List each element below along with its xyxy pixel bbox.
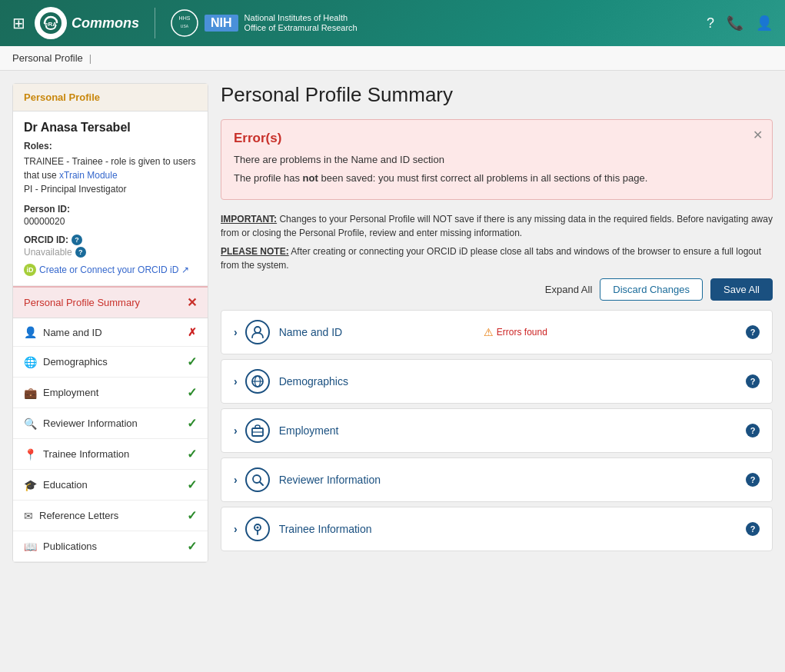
pin-section-icon [251,522,264,536]
error-line-2: The profile has not been saved: you must… [234,171,760,186]
nav-label-reviewer: Reviewer Information [43,418,138,429]
accordion-header-trainee[interactable]: › Trainee Information ? [221,507,772,551]
section-help-name-id[interactable]: ? [746,325,760,339]
nav-label-name-id: Name and ID [43,327,102,338]
error-close-button[interactable]: ✕ [753,128,763,142]
nav-menu: Personal Profile Summary ✕ 👤 Name and ID… [13,286,208,562]
svg-point-2 [171,10,198,36]
nav-status-employment: ✓ [187,385,197,400]
svg-text:USA: USA [181,24,189,28]
important-note: IMPORTANT: Changes to your Personal Prof… [221,212,773,240]
nav-status-trainee: ✓ [187,447,197,461]
briefcase-icon: 💼 [24,387,37,399]
graduation-icon: 🎓 [24,479,37,491]
svg-line-12 [260,482,263,485]
nav-status-education: ✓ [187,477,197,492]
orcid-value: Unavailable ? [24,247,197,258]
accordion-item-name-id: › Name and ID ⚠ Errors found ? [221,310,773,354]
user-icon[interactable]: 👤 [756,15,773,32]
orcid-help-icon[interactable]: ? [72,235,82,245]
please-note: PLEASE NOTE: After creating or connectin… [221,245,773,272]
section-title-employment: Employment [279,424,513,437]
create-orcid-link[interactable]: iD Create or Connect your ORCID iD ↗ [24,264,197,276]
accordion-header-reviewer[interactable]: › Reviewer Information ? [221,458,772,501]
cera-logo-area: eRA Commons [35,7,139,39]
discard-changes-button[interactable]: Discard Changes [600,278,703,301]
accordion-item-demographics: › Demographics ? [221,359,773,404]
section-help-trainee[interactable]: ? [746,522,760,536]
breadcrumb-link[interactable]: Personal Profile [12,52,83,64]
user-name: Dr Anasa Tersabel [24,121,197,135]
role-pi: PI - Principal Investigator [24,182,197,196]
section-help-demographics[interactable]: ? [746,374,760,388]
chevron-icon-demographics: › [234,375,238,388]
sidebar-item-demographics[interactable]: 🌐 Demographics ✓ [13,347,208,378]
accordion-header-demographics[interactable]: › Demographics ? [221,360,772,403]
help-icon[interactable]: ? [707,15,714,32]
save-all-button[interactable]: Save All [710,278,773,301]
commons-text: Commons [72,15,139,32]
accordion-item-reviewer: › Reviewer Information ? [221,457,773,502]
actions-bar: Expand All Discard Changes Save All [221,278,773,301]
accordion-header-name-id[interactable]: › Name and ID ⚠ Errors found ? [221,311,772,354]
sidebar-profile: Dr Anasa Tersabel Roles: TRAINEE - Train… [13,111,208,286]
error-box: Error(s) There are problems in the Name … [221,119,773,200]
sidebar-header: Personal Profile [13,84,208,111]
svg-point-14 [256,527,258,529]
envelope-icon: ✉ [24,510,33,522]
section-title-trainee: Trainee Information [279,523,513,535]
svg-text:HHS: HHS [179,15,191,21]
nav-status-demographics: ✓ [187,354,197,369]
book-icon: 📖 [24,541,37,553]
briefcase-section-icon [251,424,264,437]
person-id-value: 00000020 [24,216,197,227]
section-help-employment[interactable]: ? [746,424,760,437]
search-icon: 🔍 [24,418,37,430]
expand-all-link[interactable]: Expand All [545,284,592,295]
sidebar-item-reference-letters[interactable]: ✉ Reference Letters ✓ [13,501,208,531]
nav-label-employment: Employment [43,387,98,398]
sidebar-item-reviewer-info[interactable]: 🔍 Reviewer Information ✓ [13,408,208,439]
role-trainee: TRAINEE - Trainee - role is given to use… [24,155,197,182]
grid-icon[interactable]: ⊞ [12,14,25,32]
orcid-unavailable-help[interactable]: ? [75,247,86,258]
sidebar-item-name-and-id[interactable]: 👤 Name and ID ✗ [13,318,208,347]
important-text: Changes to your Personal Profile will NO… [221,214,773,238]
nav-label-demographics: Demographics [43,356,108,368]
nav-status-name-id: ✗ [188,326,197,338]
phone-icon[interactable]: 📞 [727,15,743,32]
nav-divider [155,8,155,38]
xtrain-link[interactable]: xTrain Module [59,170,118,181]
svg-text:eRA: eRA [45,21,57,28]
nav-status-publications: ✓ [187,539,197,554]
globe-section-icon [251,374,264,388]
person-id-label: Person ID: [24,204,197,215]
sidebar-item-employment[interactable]: 💼 Employment ✓ [13,378,208,408]
sidebar-item-education[interactable]: 🎓 Education ✓ [13,470,208,501]
main-container: Personal Profile Dr Anasa Tersabel Roles… [0,71,785,672]
nav-close-button[interactable]: ✕ [187,295,197,310]
section-icon-reviewer [245,467,270,492]
section-icon-name-id [245,320,270,344]
nav-label-education: Education [43,479,88,491]
section-title-demographics: Demographics [279,375,513,388]
error-indicator-name-id: ⚠ Errors found [484,326,547,338]
external-link-icon: ↗ [181,264,189,275]
warning-triangle-icon: ⚠ [484,326,494,338]
nav-status-reviewer: ✓ [187,416,197,431]
orcid-icon: iD [24,264,36,276]
nih-logo: HHS USA NIH National Institutes of Healt… [171,9,358,37]
section-icon-demographics [245,369,270,394]
accordion: › Name and ID ⚠ Errors found ? [221,310,773,556]
section-help-reviewer[interactable]: ? [746,473,760,487]
nav-label-publications: Publications [43,541,97,552]
hhs-logo: HHS USA [171,9,198,37]
nih-badge: NIH [205,15,238,32]
sidebar-item-trainee-info[interactable]: 📍 Trainee Information ✓ [13,439,208,470]
sidebar-item-publications[interactable]: 📖 Publications ✓ [13,531,208,562]
chevron-icon-reviewer: › [234,474,238,486]
breadcrumb-separator: | [89,52,91,64]
accordion-item-trainee: › Trainee Information ? [221,507,773,551]
error-line-1: There are problems in the Name and ID se… [234,152,760,168]
accordion-header-employment[interactable]: › Employment ? [221,409,772,452]
